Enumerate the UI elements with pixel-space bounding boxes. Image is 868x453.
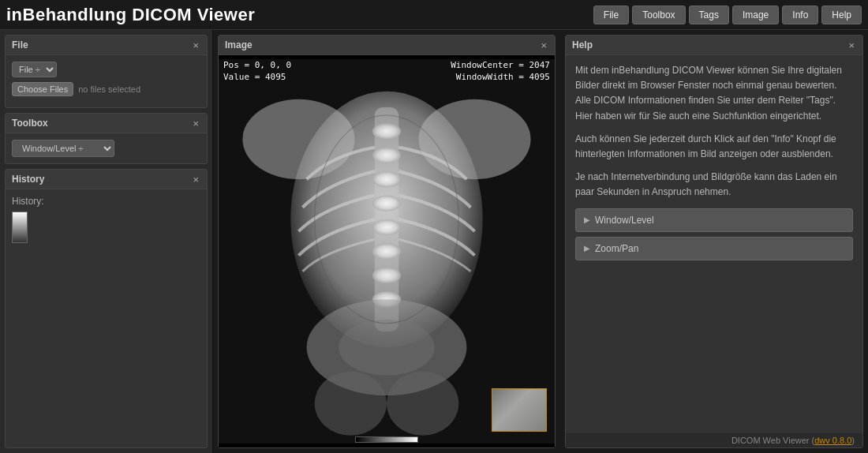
accordion-label-1: Window/Level — [595, 215, 654, 226]
overlay-topright: WindowCenter = 2047 WindowWidth = 4095 — [451, 60, 550, 84]
thumbnail-image — [492, 389, 546, 431]
help-container: Help × Mit dem inBehandlung DICOM Viewer… — [565, 35, 863, 448]
svg-point-15 — [315, 372, 387, 436]
overlay-topleft: Pos = 0, 0, 0 Value = 4095 — [223, 60, 291, 84]
nav-help-button[interactable]: Help — [821, 6, 862, 24]
history-thumbnail — [12, 212, 28, 243]
toolbox-panel-title: Toolbox — [12, 118, 48, 129]
nav-tags-button[interactable]: Tags — [689, 6, 729, 24]
file-panel-close[interactable]: × — [191, 40, 200, 51]
svg-point-14 — [339, 320, 435, 376]
footer-link[interactable]: dwv 0.8.0 — [814, 436, 851, 445]
app-title-white: DICOM Viewer — [127, 5, 256, 24]
history-panel-body: History: — [6, 189, 207, 444]
right-panel: Help × Mit dem inBehandlung DICOM Viewer… — [560, 30, 868, 453]
toolbox-panel-body: Window/Level ÷ — [6, 133, 207, 163]
file-panel: File × File ÷ Choose Files no files sele… — [5, 35, 208, 108]
header: inBehandlung DICOM Viewer File Toolbox T… — [0, 0, 868, 30]
center-panel: Image × — [213, 30, 560, 453]
svg-point-10 — [372, 243, 402, 259]
value-overlay: Value = 4095 — [223, 72, 291, 82]
svg-point-7 — [372, 171, 402, 187]
choose-files-button[interactable]: Choose Files — [12, 82, 73, 96]
toolbox-panel-close[interactable]: × — [191, 118, 200, 129]
image-panel-title: Image — [225, 39, 253, 51]
file-panel-title: File — [12, 39, 28, 51]
nav-info-button[interactable]: Info — [782, 6, 818, 24]
image-panel-header: Image × — [219, 36, 555, 55]
grayscale-bar — [355, 436, 418, 443]
file-choose-row: Choose Files no files selected — [12, 82, 200, 96]
file-panel-body: File ÷ Choose Files no files selected — [6, 55, 207, 107]
image-viewport[interactable]: Pos = 0, 0, 0 Value = 4095 WindowCenter … — [219, 55, 555, 447]
version-bar: DICOM Web Viewer (dwv 0.8.0) — [566, 432, 862, 447]
app-title-orange: inBehandlung — [6, 5, 127, 24]
accordion-window-level[interactable]: ▶ Window/Level — [575, 208, 853, 232]
toolbox-panel: Toolbox × Window/Level ÷ — [5, 113, 208, 164]
accordion-arrow-2: ▶ — [584, 244, 590, 253]
window-width-overlay: WindowWidth = 4095 — [451, 72, 550, 82]
window-center-overlay: WindowCenter = 2047 — [451, 60, 550, 70]
file-row: File ÷ — [12, 62, 200, 77]
nav-image-button[interactable]: Image — [732, 6, 779, 24]
help-text-3: Je nach Internetverbindung und Bildgröße… — [575, 170, 853, 200]
nav-file-button[interactable]: File — [593, 6, 629, 24]
thumbnail-box — [492, 388, 547, 432]
accordion-label-2: Zoom/Pan — [595, 243, 638, 254]
svg-point-8 — [372, 196, 402, 212]
svg-point-16 — [387, 372, 458, 436]
toolbox-panel-header: Toolbox × — [6, 114, 207, 133]
image-panel-close[interactable]: × — [539, 40, 548, 51]
svg-point-11 — [372, 268, 402, 283]
pos-overlay: Pos = 0, 0, 0 — [223, 60, 291, 70]
help-text-2: Auch können Sie jederzeit durch Klick au… — [575, 132, 853, 162]
svg-point-9 — [372, 219, 402, 235]
nav-buttons: File Toolbox Tags Image Info Help — [593, 6, 862, 24]
help-panel-close[interactable]: × — [847, 40, 856, 51]
svg-point-2 — [242, 99, 354, 179]
left-sidebar: File × File ÷ Choose Files no files sele… — [0, 30, 213, 453]
help-panel-body: Mit dem inBehandlung DICOM Viewer können… — [566, 55, 862, 432]
history-panel: History × History: — [5, 169, 208, 448]
help-panel-header: Help × — [566, 36, 862, 55]
footer-text: DICOM Web Viewer ( — [731, 436, 814, 445]
svg-point-6 — [372, 148, 402, 163]
accordion-arrow-1: ▶ — [584, 215, 590, 224]
svg-point-5 — [372, 123, 402, 139]
nav-toolbox-button[interactable]: Toolbox — [632, 6, 685, 24]
main-layout: File × File ÷ Choose Files no files sele… — [0, 30, 868, 453]
file-panel-header: File × — [6, 36, 207, 55]
no-files-text: no files selected — [78, 84, 140, 94]
app-title: inBehandlung DICOM Viewer — [6, 5, 255, 25]
image-container: Image × — [218, 35, 556, 448]
tool-select[interactable]: Window/Level ÷ — [12, 140, 114, 157]
help-text-1: Mit dem inBehandlung DICOM Viewer können… — [575, 63, 853, 124]
footer-text-end: ) — [851, 436, 855, 445]
svg-point-3 — [419, 99, 531, 179]
history-panel-header: History × — [6, 170, 207, 189]
history-panel-title: History — [12, 174, 44, 185]
history-panel-close[interactable]: × — [191, 174, 200, 185]
accordion-zoom-pan[interactable]: ▶ Zoom/Pan — [575, 237, 853, 260]
help-panel-title: Help — [572, 39, 593, 51]
file-select[interactable]: File ÷ — [12, 62, 57, 77]
history-label: History: — [12, 196, 200, 207]
